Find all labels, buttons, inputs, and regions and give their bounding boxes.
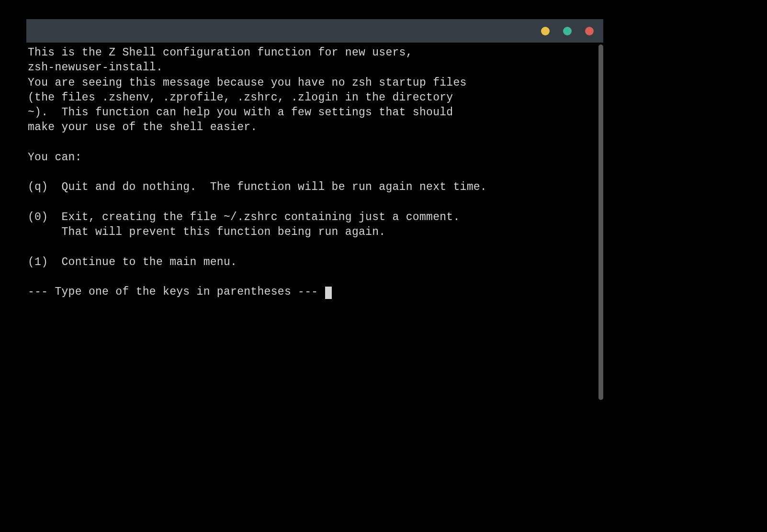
cursor-icon (325, 287, 332, 299)
terminal-window: This is the Z Shell configuration functi… (26, 19, 603, 402)
scrollbar-thumb[interactable] (598, 44, 603, 400)
terminal-line: (0) Exit, creating the file ~/.zshrc con… (28, 211, 460, 223)
terminal-line: This is the Z Shell configuration functi… (28, 46, 413, 59)
close-button[interactable] (585, 27, 594, 35)
terminal-line: That will prevent this function being ru… (28, 226, 385, 238)
terminal-line: (the files .zshenv, .zprofile, .zshrc, .… (28, 91, 453, 104)
titlebar (26, 19, 603, 43)
terminal-line: zsh-newuser-install. (28, 61, 163, 74)
scrollbar-track[interactable] (597, 43, 603, 402)
minimize-button[interactable] (541, 27, 550, 35)
terminal-line: (q) Quit and do nothing. The function wi… (28, 181, 487, 193)
maximize-button[interactable] (563, 27, 572, 35)
terminal-line: ~). This function can help you with a fe… (28, 106, 453, 119)
terminal-content[interactable]: This is the Z Shell configuration functi… (26, 43, 603, 300)
terminal-body[interactable]: This is the Z Shell configuration functi… (26, 43, 603, 402)
terminal-line: You are seeing this message because you … (28, 77, 467, 89)
terminal-line: (1) Continue to the main menu. (28, 256, 237, 268)
terminal-line: make your use of the shell easier. (28, 121, 257, 133)
terminal-prompt[interactable]: --- Type one of the keys in parentheses … (28, 286, 325, 298)
terminal-line: You can: (28, 151, 82, 164)
